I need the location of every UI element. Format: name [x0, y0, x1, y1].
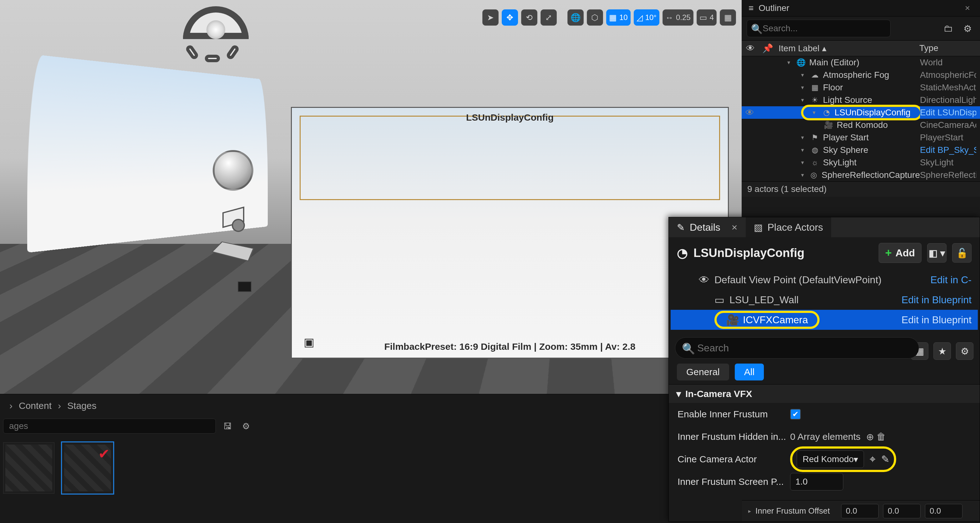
angle-snap-toggle[interactable]: ◿10° [634, 10, 659, 25]
row-type: SphereReflecti [920, 170, 976, 180]
chevron-icon[interactable]: › [10, 401, 13, 411]
row-type[interactable]: Edit LSUnDisp [920, 108, 976, 117]
camera-speed[interactable]: ▭4 [697, 10, 717, 25]
row-label: Light Source [823, 95, 872, 105]
camera-actor-icon [238, 281, 251, 292]
tab-place-actors[interactable]: ▧ Place Actors [746, 217, 831, 237]
row-label: SphereReflectionCapture [822, 170, 920, 180]
edit-blueprint-link[interactable]: Edit in Blueprint [902, 314, 978, 326]
blueprint-dropdown-button[interactable]: ◧ ▾ [927, 243, 947, 263]
offset-x-input[interactable]: 0.0 [841, 504, 879, 518]
gear-icon[interactable]: ⚙ [956, 342, 974, 360]
enable-inner-frustum-checkbox[interactable]: ✔ [790, 409, 801, 420]
outliner-search-input[interactable] [747, 20, 891, 37]
component-row[interactable]: ▭LSU_LED_WallEdit in Blueprint [671, 290, 978, 310]
outliner-row[interactable]: ▾☼SkyLightSkyLight [741, 156, 980, 169]
outliner-row[interactable]: ▾⚑Player StartPlayerStart [741, 131, 980, 144]
screen-percentage-input[interactable] [790, 473, 843, 490]
offset-y-input[interactable]: 0.0 [883, 504, 921, 518]
close-icon[interactable]: × [732, 222, 738, 233]
scale-tool[interactable]: ⤢ [541, 10, 557, 25]
filter-general[interactable]: General [677, 364, 729, 380]
translate-tool[interactable]: ✥ [502, 10, 518, 25]
section-in-camera-vfx[interactable]: ▾ In-Camera VFX [669, 384, 980, 403]
eyedropper-icon[interactable]: ✎ [881, 453, 889, 465]
pick-actor-icon[interactable]: ⌖ [870, 453, 875, 466]
camera-preview-frame: LSUnDisplayConfig ▣ FilmbackPreset: 16:9… [291, 107, 729, 358]
chevron-down-icon: ▾ [854, 454, 858, 464]
row-label: SkyLight [823, 158, 856, 168]
outliner-tab-label[interactable]: Outliner [759, 3, 789, 13]
scale-snap-toggle[interactable]: ↔0.25 [662, 10, 694, 25]
edit-blueprint-link[interactable]: Edit in C- [930, 274, 978, 286]
lock-icon[interactable]: 🔓 [952, 243, 972, 263]
outliner-row[interactable]: ▾◍Sky SphereEdit BP_Sky_S [741, 144, 980, 156]
filter-all[interactable]: All [735, 364, 764, 380]
folder-plus-icon[interactable]: 🗀 [940, 21, 956, 36]
cube-plus-icon: ▧ [754, 222, 763, 233]
outliner-row[interactable]: ▾◎SphereReflectionCaptureSphereReflecti [741, 169, 980, 181]
outliner-row[interactable]: ▾▦FloorStaticMeshAct [741, 81, 980, 94]
add-component-button[interactable]: +Add [879, 243, 921, 263]
row-type[interactable]: Edit BP_Sky_S [920, 145, 976, 155]
edit-blueprint-link[interactable]: Edit in Blueprint [902, 294, 978, 306]
asset-thumbnail[interactable]: ✔ [62, 442, 113, 494]
component-name: Default View Point (DefaultViewPoint) [714, 274, 881, 286]
type-header[interactable]: Type [919, 43, 939, 53]
content-search-input[interactable] [3, 418, 216, 434]
filter-icon[interactable]: ⚙ [240, 420, 252, 432]
row-label: Atmospheric Fog [823, 70, 889, 80]
search-icon: 🔍 [751, 24, 763, 34]
hamburger-icon[interactable]: ≡ [749, 3, 754, 13]
add-array-element-icon[interactable]: ⊕ [866, 431, 874, 442]
viewport[interactable]: LSUnDisplayConfig ▣ FilmbackPreset: 16:9… [0, 0, 741, 394]
grid-snap-toggle[interactable]: ▦10 [606, 10, 631, 25]
component-row[interactable]: 👁Default View Point (DefaultViewPoint)Ed… [671, 270, 978, 290]
eye-column-icon[interactable]: 👁 [746, 43, 762, 54]
visibility-toggle[interactable]: 👁 [745, 108, 762, 118]
row-type: CineCameraAc [920, 120, 976, 130]
breadcrumb-stages[interactable]: Stages [67, 401, 96, 411]
array-count: 0 Array elements [790, 431, 861, 442]
component-row[interactable]: 🎥ICVFXCameraEdit in Blueprint [671, 310, 978, 330]
select-tool[interactable]: ➤ [482, 10, 499, 25]
item-label-header[interactable]: Item Label [778, 43, 819, 53]
outliner-row[interactable]: 👁▾◔LSUnDisplayConfigEdit LSUnDisp [741, 106, 980, 119]
breadcrumb-content[interactable]: Content [19, 401, 52, 411]
outliner-row[interactable]: ▾☁Atmospheric FogAtmosphericFo [741, 69, 980, 81]
outliner-row[interactable]: 🎥Red KomodoCineCameraAc [741, 119, 980, 131]
search-icon: 🔍 [682, 342, 695, 355]
player-start-gizmo [215, 209, 265, 284]
row-label: Floor [823, 82, 843, 92]
favorite-icon[interactable]: ★ [933, 342, 951, 360]
prop-cine-camera-actor: Cine Camera Actor Red Komodo▾ ⌖ ✎ [669, 448, 980, 471]
surface-snap-toggle[interactable]: ⬡ [587, 10, 603, 25]
details-search-input[interactable] [675, 337, 919, 358]
clear-array-icon[interactable]: 🗑 [877, 431, 886, 442]
camera-preview-footer: FilmbackPreset: 16:9 Digital Film | Zoom… [292, 341, 728, 352]
coord-space-toggle[interactable]: 🌐 [567, 10, 584, 25]
check-icon: ✔ [98, 446, 110, 462]
skylight-icon: ☼ [810, 158, 819, 167]
outliner-row[interactable]: ▾🌐Main (Editor)World [741, 56, 980, 69]
close-icon[interactable]: × [962, 3, 973, 13]
viewport-layout[interactable]: ▦ [720, 10, 736, 25]
row-type: AtmosphericFo [920, 70, 976, 80]
tab-details[interactable]: ✎ Details × [669, 217, 746, 237]
offset-z-input[interactable]: 0.0 [925, 504, 963, 518]
gear-icon[interactable]: ⚙ [960, 21, 975, 36]
cine-camera-dropdown[interactable]: Red Komodo▾ [797, 450, 864, 468]
chevron-icon: › [58, 401, 61, 411]
save-icon[interactable]: 🖫 [221, 420, 234, 432]
outliner-row[interactable]: ▾☀Light SourceDirectionalLigh [741, 94, 980, 106]
expand-icon[interactable]: ▸ [748, 508, 751, 515]
reflect-icon: ◎ [810, 171, 818, 179]
pin-column-icon[interactable]: 📌 [762, 43, 778, 54]
row-type: DirectionalLigh [920, 95, 976, 105]
asset-thumbnail[interactable] [3, 442, 54, 494]
cam-icon: 🎥 [824, 120, 833, 130]
view-icon: 👁 [699, 274, 710, 286]
row-label: Red Komodo [837, 120, 888, 130]
rotate-tool[interactable]: ⟲ [521, 10, 538, 25]
content-browser: › Content › Stages 🖫 ⚙ ✔ [0, 394, 741, 523]
